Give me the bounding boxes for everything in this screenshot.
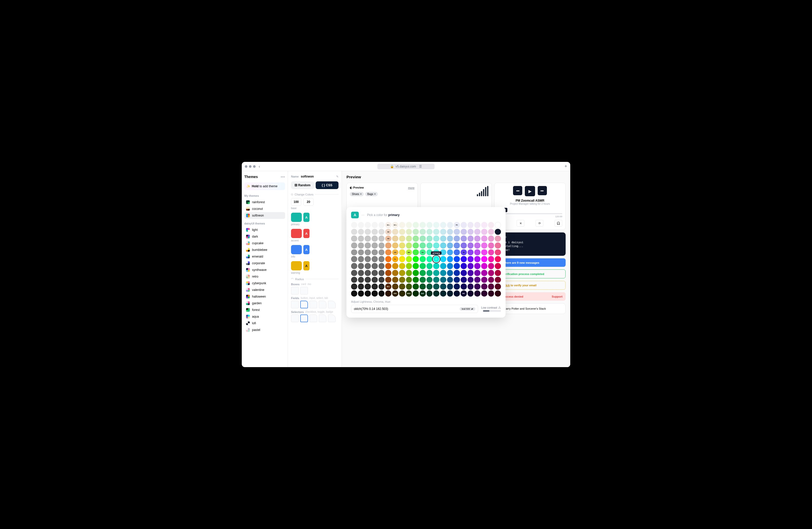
color-swatch[interactable] (392, 236, 398, 242)
theme-item-rainforest[interactable]: rainforest (244, 199, 285, 205)
color-swatch[interactable] (495, 222, 501, 228)
radius-option[interactable] (291, 301, 299, 308)
color-swatch[interactable] (420, 263, 426, 269)
radius-option[interactable] (291, 287, 299, 295)
color-swatch[interactable] (365, 243, 371, 249)
color-swatch[interactable]: SU (420, 249, 426, 255)
color-swatch[interactable] (454, 290, 460, 297)
theme-item-light[interactable]: light (244, 226, 285, 233)
color-swatch[interactable]: SUC (420, 290, 426, 297)
color-swatch-primary[interactable] (291, 213, 302, 222)
color-swatch[interactable] (392, 263, 398, 269)
color-swatch[interactable]: IN (461, 249, 467, 255)
color-swatch[interactable] (433, 277, 439, 283)
color-swatch[interactable] (468, 263, 474, 269)
color-swatch[interactable] (488, 277, 494, 283)
close-icon[interactable]: × (360, 193, 362, 195)
color-swatch[interactable] (433, 283, 439, 290)
color-swatch[interactable] (488, 249, 494, 255)
name-value[interactable]: softneon (301, 175, 334, 178)
color-swatch[interactable] (474, 229, 480, 235)
color-swatch[interactable]: WAC (406, 290, 412, 297)
color-swatch[interactable] (440, 290, 446, 297)
color-swatch[interactable] (468, 243, 474, 249)
radius-option[interactable] (328, 301, 336, 308)
color-swatch[interactable]: S+ (392, 256, 398, 262)
color-swatch[interactable] (447, 270, 453, 276)
color-swatch[interactable] (426, 283, 433, 290)
url-bar[interactable]: 🔒 v5.daisyui.com ☰ (377, 164, 434, 169)
color-swatch[interactable] (372, 256, 378, 262)
color-swatch[interactable] (433, 290, 439, 297)
color-swatch[interactable] (495, 236, 501, 242)
color-swatch[interactable] (385, 256, 391, 262)
color-swatch[interactable] (379, 290, 385, 297)
color-swatch[interactable] (365, 229, 371, 235)
color-swatch[interactable] (481, 243, 487, 249)
color-swatch[interactable] (406, 243, 412, 249)
color-swatch-info[interactable] (291, 245, 302, 254)
color-swatch[interactable] (365, 290, 371, 297)
color-swatch[interactable] (447, 256, 453, 262)
theme-item-lofi[interactable]: lofi (244, 320, 285, 327)
color-swatch[interactable] (447, 277, 453, 283)
color-swatch[interactable] (440, 222, 446, 228)
random-button[interactable]: ⚄Random (291, 181, 314, 189)
color-content-accent[interactable]: A (303, 229, 309, 238)
color-swatch[interactable] (379, 256, 385, 262)
color-swatch[interactable] (420, 236, 426, 242)
base-swatch[interactable]: 20 (303, 198, 314, 206)
color-swatch[interactable] (351, 229, 357, 235)
color-swatch[interactable] (392, 270, 398, 276)
color-swatch[interactable] (481, 229, 487, 235)
color-swatch[interactable] (406, 263, 412, 269)
color-swatch[interactable] (406, 256, 412, 262)
theme-item-valentine[interactable]: valentine (244, 286, 285, 293)
color-swatch[interactable] (420, 229, 426, 235)
color-swatch[interactable] (365, 256, 371, 262)
color-swatch[interactable] (420, 222, 426, 228)
color-swatch[interactable] (399, 243, 405, 249)
progress-bar[interactable] (498, 213, 562, 214)
color-swatch[interactable] (454, 236, 460, 242)
color-swatch[interactable] (372, 243, 378, 249)
color-swatch[interactable] (351, 290, 357, 297)
headphones-icon[interactable]: 🎧 (555, 220, 562, 226)
close-icon[interactable]: × (374, 193, 376, 195)
color-swatch[interactable] (420, 256, 426, 262)
color-swatch[interactable] (385, 263, 391, 269)
color-content-primary[interactable]: A (303, 213, 309, 222)
color-swatch[interactable] (399, 249, 405, 255)
color-swatch[interactable] (468, 270, 474, 276)
color-swatch[interactable] (461, 236, 467, 242)
color-swatch[interactable] (406, 222, 412, 228)
color-swatch[interactable] (420, 270, 426, 276)
color-content-warning[interactable]: A (303, 261, 309, 270)
color-swatch[interactable] (488, 290, 494, 297)
color-swatch[interactable] (447, 222, 453, 228)
color-swatch[interactable] (379, 283, 385, 290)
color-swatch[interactable] (372, 270, 378, 276)
color-swatch[interactable] (365, 263, 371, 269)
color-swatch-accent[interactable] (291, 229, 302, 238)
color-swatch[interactable] (481, 277, 487, 283)
color-swatch[interactable] (468, 236, 474, 242)
theme-item-retro[interactable]: retro (244, 273, 285, 280)
color-swatch[interactable] (406, 283, 412, 290)
color-swatch[interactable] (358, 277, 364, 283)
color-swatch[interactable] (351, 270, 357, 276)
color-swatch[interactable] (413, 249, 419, 255)
color-swatch[interactable] (447, 290, 453, 297)
radius-option[interactable] (319, 301, 327, 308)
forward-button[interactable]: ▸▸ (538, 186, 547, 195)
color-swatch[interactable] (379, 277, 385, 283)
color-swatch[interactable] (461, 243, 467, 249)
color-swatch[interactable] (440, 270, 446, 276)
maximize-dot[interactable] (253, 165, 256, 168)
color-swatch[interactable] (495, 263, 501, 269)
color-swatch[interactable] (481, 290, 487, 297)
back-button[interactable]: ‹ (259, 164, 260, 169)
color-swatch[interactable] (399, 277, 405, 283)
color-swatch[interactable] (481, 249, 487, 255)
color-swatch[interactable] (474, 243, 480, 249)
